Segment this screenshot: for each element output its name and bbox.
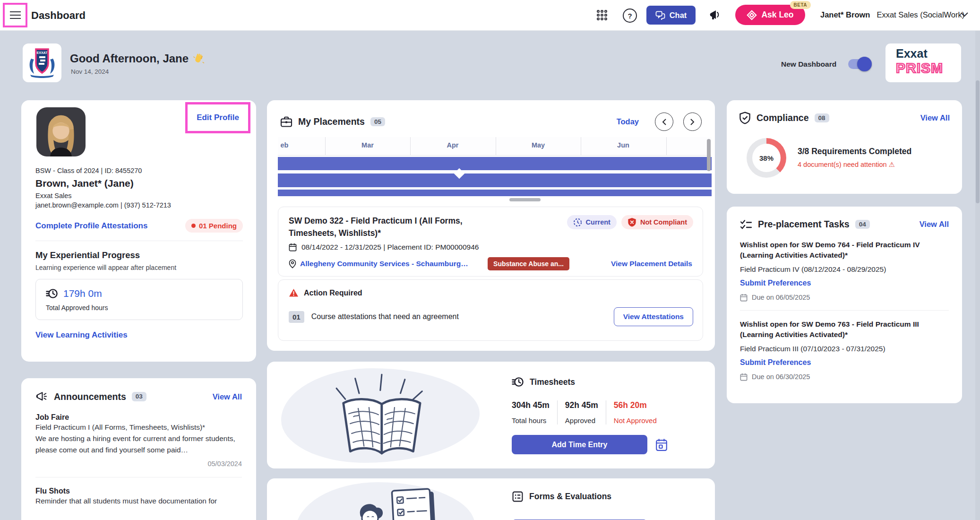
briefcase-icon	[280, 116, 292, 128]
student-name: Brown, Janet* (Jane)	[35, 178, 243, 189]
action-text: Course attestations that need an agreeme…	[311, 312, 459, 321]
annotation-box-edit-profile: Edit Profile	[185, 102, 250, 133]
user-name: Janet* Brown	[820, 10, 870, 19]
hamburger-menu-button[interactable]	[10, 11, 21, 19]
timeline-next-button[interactable]	[683, 113, 702, 131]
checklist-icon	[740, 219, 752, 230]
profile-card: Edit Profile BSW - Class of 2024 | ID: 8…	[21, 100, 256, 362]
timeline-vertical-scrollbar[interactable]	[707, 139, 711, 171]
chat-icon	[655, 11, 665, 20]
view-placement-details-link[interactable]: View Placement Details	[611, 260, 692, 268]
timeline-month-header: eb Mar Apr May Jun	[278, 137, 712, 156]
placements-title: My Placements	[298, 116, 365, 127]
dashboard-page: Dashboard ? Chat	[0, 0, 980, 520]
avatar	[36, 107, 86, 156]
beta-badge: BETA	[790, 1, 811, 9]
announcement-date: 05/03/2024	[35, 460, 242, 468]
leo-diamond-icon	[747, 10, 757, 20]
task-due-date: Due on 06/05/2025	[752, 294, 810, 301]
timesheets-title: Timesheets	[530, 377, 575, 387]
month-label: Jun	[617, 141, 629, 149]
placement-gantt-bar[interactable]	[278, 157, 712, 170]
ask-leo-button[interactable]: Ask Leo BETA	[735, 5, 805, 25]
month-label: May	[532, 141, 545, 149]
placement-location-link[interactable]: Allegheny Community Services - Schaumbur…	[300, 260, 468, 268]
today-link[interactable]: Today	[617, 117, 639, 126]
complete-attestations-link[interactable]: Complete Profile Attestations	[35, 221, 147, 231]
compliance-view-all-link[interactable]: View All	[920, 113, 950, 122]
chat-label: Chat	[670, 11, 687, 20]
announcements-view-all-link[interactable]: View All	[213, 392, 242, 401]
tasks-view-all-link[interactable]: View All	[920, 220, 949, 229]
chat-button[interactable]: Chat	[646, 6, 696, 25]
placement-gantt-bar[interactable]	[278, 173, 712, 187]
compliance-percent: 38%	[759, 154, 774, 162]
student-contact: janet.brown@example.com | (937) 512-7213	[35, 201, 243, 209]
red-dot-icon	[191, 224, 196, 228]
help-icon[interactable]: ?	[623, 9, 637, 23]
announcement-item[interactable]: Flu Shots Reminder that all students mus…	[35, 487, 242, 507]
forms-title: Forms & Evaluations	[529, 492, 611, 502]
edit-profile-link[interactable]: Edit Profile	[197, 113, 239, 122]
timesheet-book-illustration	[324, 371, 442, 466]
top-bar: Dashboard ? Chat	[0, 0, 980, 31]
tasks-card: Pre-placement Tasks 04 View All Wishlist…	[727, 207, 962, 403]
current-status-badge: Current	[567, 215, 617, 229]
action-required-card: Action Required 01 Course attestations t…	[278, 279, 703, 341]
ask-leo-label: Ask Leo	[761, 10, 793, 20]
user-org: Exxat Sales (SocialWork)	[877, 10, 964, 19]
svg-text:EXXAT: EXXAT	[37, 51, 48, 54]
announcement-item[interactable]: Job Faire Field Practicum I (All Forms, …	[35, 413, 242, 468]
compliance-card: Compliance 08 View All 38% 3/8 Requireme…	[727, 100, 962, 194]
school-logo: EXXAT	[23, 43, 61, 82]
forms-icon	[512, 491, 524, 503]
action-required-title: Action Required	[304, 289, 362, 297]
timesheet-stat: 92h 45m Approved	[557, 400, 606, 425]
page-title: Dashboard	[31, 9, 86, 22]
approved-hours-value: 179h 0m	[63, 288, 102, 299]
new-dashboard-toggle[interactable]	[848, 59, 871, 69]
placement-gantt-bar[interactable]	[278, 190, 712, 196]
submit-preferences-link[interactable]: Submit Preferences	[740, 358, 811, 366]
user-menu[interactable]: Janet* BrownExxat Sales (SocialWork)	[820, 10, 964, 19]
announcements-card: Announcements 03 View All Job Faire Fiel…	[21, 378, 256, 520]
task-due-date: Due on 06/30/2025	[752, 373, 810, 381]
tasks-count: 04	[855, 220, 870, 229]
megaphone-icon[interactable]	[709, 9, 722, 21]
new-dashboard-label: New Dashboard	[781, 60, 836, 69]
calendar-icon	[740, 373, 748, 381]
page-scrollbar-thumb[interactable]	[976, 80, 980, 203]
timeline-horizontal-scrollbar[interactable]	[509, 198, 541, 201]
student-org: Exxat Sales	[35, 192, 243, 199]
submit-preferences-link[interactable]: Submit Preferences	[740, 279, 811, 287]
timesheet-stat: 56h 20m Not Approved	[606, 400, 664, 425]
wave-icon	[192, 52, 205, 65]
program-line: BSW - Class of 2024 | ID: 8455270	[35, 167, 243, 174]
task-item: Wishlist open for SW Demo 763 - Field Pr…	[740, 319, 949, 381]
placements-timeline: eb Mar Apr May Jun	[278, 137, 712, 203]
forms-person-illustration	[347, 486, 451, 520]
timesheet-clock-icon	[512, 376, 524, 388]
timeline-prev-button[interactable]	[655, 113, 673, 131]
current-clock-icon	[573, 218, 582, 227]
add-time-entry-button[interactable]: Add Time Entry	[512, 435, 647, 454]
warning-triangle-icon	[289, 288, 299, 297]
placement-title: SW Demo 322 - Field Practicum I (All For…	[289, 215, 468, 240]
calendar-add-icon[interactable]	[655, 438, 668, 451]
calendar-icon	[740, 294, 748, 302]
annotation-box-menu	[3, 3, 27, 27]
view-learning-activities-link[interactable]: View Learning Activities	[35, 330, 128, 339]
compliance-alert: 4 document(s) need attention ⚠	[798, 161, 895, 168]
compliance-count: 08	[815, 113, 829, 123]
placement-tag-chip: Substance Abuse an...	[488, 257, 569, 270]
progress-title: My Experiential Progress	[35, 250, 243, 260]
chevron-down-icon[interactable]	[960, 12, 969, 17]
exxat-prism-logo: Exxat PRISM	[885, 43, 961, 82]
timesheet-stat: 304h 45m Total hours	[512, 400, 557, 425]
shield-x-icon	[628, 217, 636, 227]
apps-grid-icon[interactable]	[596, 9, 608, 21]
approved-hours-label: Total Approved hours	[46, 304, 232, 312]
view-attestations-button[interactable]: View Attestations	[614, 307, 693, 326]
forms-card: Forms & Evaluations View All Forms	[267, 478, 715, 520]
month-label: eb	[281, 141, 289, 149]
